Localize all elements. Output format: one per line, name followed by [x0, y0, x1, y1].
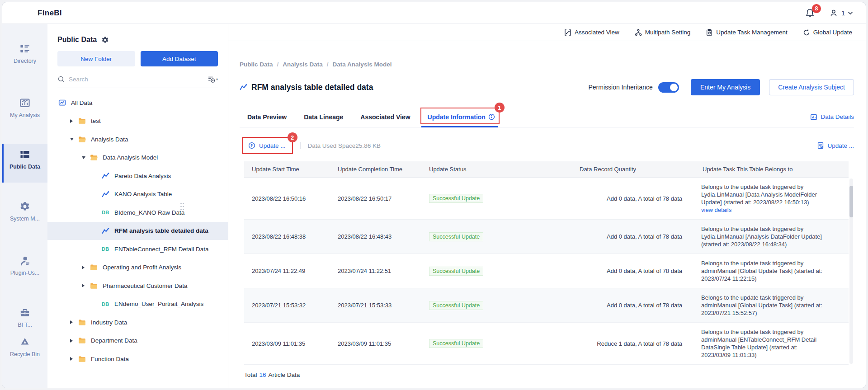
toolbar-associated-view[interactable]: Associated View — [564, 29, 619, 36]
toolbar-update-task-management[interactable]: Update Task Management — [706, 29, 787, 36]
breadcrumb-public-data[interactable]: Public Data — [240, 61, 273, 68]
tree-arrow-icon[interactable] — [70, 339, 78, 343]
app-body: Directory My Analysis Public Data System… — [2, 24, 866, 388]
tree-arrow-icon[interactable] — [70, 320, 78, 324]
bell-icon — [805, 12, 815, 19]
recent-filter-button[interactable]: ▾ — [208, 75, 218, 83]
total-count: 16 — [259, 371, 266, 378]
status-badge: Successful Update — [429, 301, 483, 310]
tree-item-test[interactable]: test — [47, 112, 228, 131]
gear-icon[interactable] — [101, 36, 109, 44]
tree-item-label: Function Data — [91, 356, 129, 362]
table-row: 2023/03/09 11:01:35 2023/03/09 11:01:35 … — [244, 323, 849, 365]
tree-item-analysis-data[interactable]: Analysis Data — [47, 130, 228, 149]
global-update-icon — [803, 29, 810, 36]
create-analysis-subject-button[interactable]: Create Analysis Subject — [769, 79, 854, 95]
notifications-button[interactable]: 8 — [805, 8, 815, 19]
tab-update-information[interactable]: Update Information1 — [428, 107, 495, 127]
folder-open-icon — [78, 136, 87, 143]
table-row: 2023/08/22 16:50:16 2023/08/22 16:50:17 … — [244, 178, 849, 220]
folder-closed-icon — [78, 319, 87, 326]
tab-data-preview[interactable]: Data Preview — [247, 107, 287, 127]
tree-arrow-icon[interactable] — [82, 284, 90, 287]
tree-item-function-data[interactable]: Function Data — [47, 350, 228, 368]
tab-associated-view[interactable]: Associated View — [360, 107, 410, 127]
tree-item-department-data[interactable]: Department Data — [47, 332, 228, 350]
tree-item-pareto-data-analysis[interactable]: Pareto Data Analysis — [47, 167, 228, 185]
column-header-update-completion-time: Update Completion Time — [330, 166, 421, 173]
update-completion-time: 2023/07/21 15:53:33 — [330, 302, 421, 309]
database-table-icon: DB — [102, 209, 111, 216]
breadcrumb: Public Data/Analysis Data/Data Analysis … — [240, 61, 852, 68]
left-rail: Directory My Analysis Public Data System… — [2, 24, 47, 388]
rail-item-system-m[interactable]: System M... — [2, 201, 47, 222]
tab-data-lineage[interactable]: Data Lineage — [304, 107, 343, 127]
data-details-link[interactable]: Data Details — [810, 113, 854, 121]
tree-item-entableconnect-rfm-detail-data[interactable]: DB ENTableConnect_RFM Detail Data — [47, 240, 228, 258]
user-menu[interactable]: 1 — [829, 8, 853, 18]
tree-arrow-icon[interactable] — [70, 357, 78, 361]
data-record-quantity: Add 0 data, A total of 78 data — [572, 233, 695, 240]
search-input[interactable] — [69, 76, 204, 83]
tree-item-rfm-analysis-table-detailed-data[interactable]: RFM analysis table detailed data — [47, 222, 228, 240]
update-task-description: Belongs to the update task triggered by … — [695, 259, 849, 282]
update-settings-link[interactable]: Update ... — [817, 142, 854, 149]
permission-toggle[interactable] — [658, 82, 679, 93]
new-folder-button[interactable]: New Folder — [57, 51, 135, 66]
database-table-icon: DB — [102, 301, 111, 308]
permission-label: Permission Inheritance — [588, 84, 652, 91]
enter-my-analysis-button[interactable]: Enter My Analysis — [691, 79, 760, 95]
info-icon[interactable] — [488, 113, 495, 120]
tree-arrow-icon[interactable] — [82, 266, 90, 269]
tree-item-label: test — [91, 117, 101, 124]
filter-clock-icon — [208, 75, 215, 83]
recycle-icon — [19, 343, 30, 349]
annotation-badge-2: 2 — [288, 132, 297, 142]
tree-item-all-data[interactable]: All Data — [47, 94, 228, 112]
tree-arrow-icon[interactable] — [82, 156, 90, 159]
tree-item-endemo-user-portrait-analysis[interactable]: DB ENdemo_User_Portrait_Analysis — [47, 295, 228, 314]
tree-item-industry-data[interactable]: Industry Data — [47, 313, 228, 332]
add-dataset-button[interactable]: Add Dataset — [141, 51, 218, 66]
folder-open-icon — [90, 154, 99, 161]
update-task-description: Belongs to the update task triggered by … — [695, 183, 849, 214]
rail-item-plugin-us[interactable]: Plugin-Us... — [2, 255, 47, 276]
tree-arrow-icon[interactable] — [70, 138, 78, 141]
column-header-update-task-this-table-belongs-to: Update Task This Table Belongs to — [695, 166, 849, 173]
status-badge: Successful Update — [429, 267, 483, 276]
tree-item-kano-analysis-table[interactable]: KANO Analysis Table — [47, 185, 228, 204]
tree-item-operating-and-profit-analysis[interactable]: Operating and Profit Analysis — [47, 258, 228, 277]
folder-closed-icon — [78, 337, 87, 344]
topbar-right: 8 1 — [805, 8, 853, 19]
folder-closed-icon — [90, 282, 99, 289]
all-data-icon — [58, 99, 67, 106]
rail-item-my-analysis[interactable]: My Analysis — [2, 98, 47, 118]
tree-item-label: Operating and Profit Analysis — [103, 264, 181, 271]
dataset-tree: All Data test Analysis Data Data Analysi… — [47, 94, 228, 368]
title-actions: Permission Inheritance Enter My Analysis… — [588, 79, 854, 95]
toolbar-multipath-setting[interactable]: Multipath Setting — [635, 29, 691, 36]
update-task-icon — [706, 29, 713, 36]
rail-item-directory[interactable]: Directory — [2, 43, 47, 64]
rail-item-public-data[interactable]: Public Data — [2, 144, 47, 183]
app-window: FineBI 8 1 Directory My Analysis Public … — [2, 2, 866, 388]
toolbar-global-update[interactable]: Global Update — [803, 29, 852, 36]
notification-badge: 8 — [812, 4, 821, 13]
rail-item-bi-t[interactable]: BI T... — [2, 307, 47, 327]
table-scrollbar[interactable] — [849, 179, 853, 364]
tree-item-bidemo-kano-raw-data[interactable]: DB BIdemo_KANO Raw Data — [47, 203, 228, 222]
update-button[interactable]: Update ... — [259, 142, 286, 149]
panel-resize-handle[interactable] — [180, 202, 184, 212]
user-label: 1 — [841, 9, 845, 17]
tree-item-data-analysis-model[interactable]: Data Analysis Model — [47, 149, 228, 167]
breadcrumb-data-analysis-model[interactable]: Data Analysis Model — [333, 61, 392, 68]
breadcrumb-analysis-data[interactable]: Analysis Data — [283, 61, 323, 68]
view-details-link[interactable]: view details — [701, 206, 824, 214]
rail-item-recycle-bin[interactable]: Recycle Bin — [2, 337, 47, 357]
data-record-quantity: Add 0 data, A total of 78 data — [572, 302, 695, 309]
tree-item-pharmaceutical-customer-data[interactable]: Pharmaceutical Customer Data — [47, 277, 228, 295]
tree-arrow-icon[interactable] — [70, 119, 78, 123]
table-body: 2023/08/22 16:50:16 2023/08/22 16:50:17 … — [244, 178, 849, 365]
update-completion-time: 2023/08/22 16:50:17 — [330, 195, 421, 202]
scrollbar-thumb[interactable] — [849, 186, 853, 217]
